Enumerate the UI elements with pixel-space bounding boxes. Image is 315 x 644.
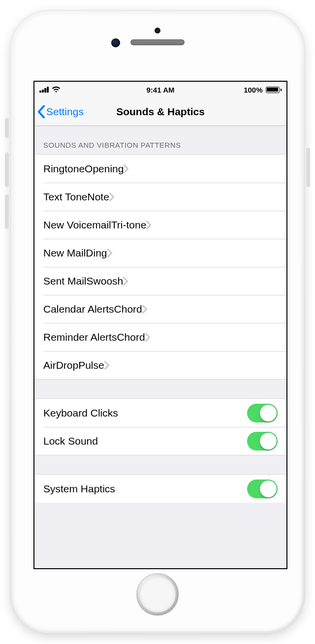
row-label: System Haptics: [43, 483, 247, 495]
battery-icon: [266, 87, 282, 93]
sound-toggles-list: Keyboard ClicksLock Sound: [34, 399, 286, 455]
haptics-toggles-list: System Haptics: [34, 475, 286, 503]
phone-bezel: 9:41 AM 100% Settings Sounds & Hapt: [13, 13, 302, 631]
sound-pattern-row[interactable]: Reminder AlertsChord: [34, 323, 286, 351]
chevron-right-icon: [145, 333, 150, 342]
chevron-right-icon: [142, 305, 147, 314]
sound-pattern-row[interactable]: RingtoneOpening: [34, 155, 286, 183]
row-value: Opening: [85, 163, 124, 175]
chevron-left-icon: [37, 105, 45, 118]
chevron-right-icon: [104, 361, 109, 370]
mute-switch[interactable]: [5, 118, 9, 138]
row-label: Ringtone: [43, 163, 85, 175]
sound-pattern-list: RingtoneOpeningText ToneNoteNew Voicemai…: [34, 154, 286, 379]
row-label: Reminder Alerts: [43, 331, 117, 343]
row-value: Ding: [86, 247, 107, 259]
volume-down-button[interactable]: [5, 194, 9, 229]
row-label: Keyboard Clicks: [43, 407, 247, 419]
chevron-right-icon: [146, 221, 151, 229]
sound-pattern-row[interactable]: New MailDing: [34, 239, 286, 267]
home-button[interactable]: [136, 573, 179, 615]
cellular-signal-icon: [39, 87, 49, 93]
chevron-right-icon: [107, 249, 112, 258]
chevron-right-icon: [123, 277, 128, 286]
sound-pattern-row[interactable]: Sent MailSwoosh: [34, 267, 286, 295]
navigation-bar: Settings Sounds & Haptics: [34, 97, 286, 126]
battery-percent: 100%: [244, 86, 262, 94]
toggle-switch[interactable]: [247, 404, 278, 422]
row-label: Lock Sound: [43, 435, 247, 447]
row-value: Tri-tone: [111, 219, 147, 231]
back-label: Settings: [46, 106, 84, 118]
row-value: Chord: [114, 303, 142, 315]
toggle-row: Lock Sound: [34, 427, 286, 455]
status-bar: 9:41 AM 100%: [34, 82, 286, 97]
power-button[interactable]: [306, 148, 310, 187]
proximity-sensor: [155, 28, 160, 33]
toggle-switch[interactable]: [247, 480, 278, 498]
chevron-right-icon: [124, 164, 128, 173]
group-separator: [34, 379, 286, 399]
sound-pattern-row[interactable]: AirDropPulse: [34, 351, 286, 379]
back-button[interactable]: Settings: [34, 105, 84, 118]
row-label: AirDrop: [43, 359, 78, 371]
volume-up-button[interactable]: [5, 153, 9, 187]
group-separator: [34, 455, 286, 475]
row-value: Swoosh: [87, 275, 124, 287]
toggle-row: Keyboard Clicks: [34, 399, 286, 427]
wifi-icon: [52, 86, 61, 93]
sound-pattern-row[interactable]: Text ToneNote: [34, 183, 286, 211]
screen: 9:41 AM 100% Settings Sounds & Hapt: [33, 81, 287, 569]
row-label: Sent Mail: [43, 275, 87, 287]
row-label: Text Tone: [43, 191, 88, 203]
row-value: Chord: [117, 331, 145, 343]
row-label: Calendar Alerts: [43, 303, 114, 315]
row-label: New Voicemail: [43, 219, 111, 231]
sound-pattern-row[interactable]: New VoicemailTri-tone: [34, 211, 286, 239]
row-label: New Mail: [43, 247, 86, 259]
sound-pattern-row[interactable]: Calendar AlertsChord: [34, 295, 286, 323]
toggle-switch[interactable]: [247, 432, 278, 451]
toggle-row: System Haptics: [34, 475, 286, 503]
phone-frame: 9:41 AM 100% Settings Sounds & Hapt: [10, 10, 305, 634]
row-value: Pulse: [78, 359, 104, 371]
section-header-patterns: SOUNDS AND VIBRATION PATTERNS: [34, 126, 286, 154]
front-camera: [111, 38, 120, 47]
earpiece-speaker: [130, 39, 185, 45]
row-value: Note: [88, 191, 109, 203]
chevron-right-icon: [109, 193, 114, 201]
